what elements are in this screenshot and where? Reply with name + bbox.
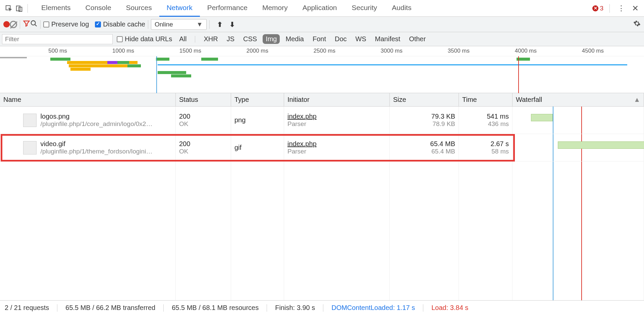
filter-type-css[interactable]: CSS bbox=[240, 34, 260, 44]
file-thumbnail-icon bbox=[23, 141, 37, 154]
inspect-icon[interactable] bbox=[3, 3, 14, 14]
timeline-tick: 2500 ms bbox=[314, 48, 335, 54]
timeline-tick: 2000 ms bbox=[247, 48, 268, 54]
status-finish: Finish: 3.90 s bbox=[275, 304, 315, 312]
waterfall-cell bbox=[513, 107, 644, 134]
filter-type-other[interactable]: Other bbox=[406, 34, 429, 44]
status-load: Load: 3.84 s bbox=[431, 304, 468, 312]
tab-audits[interactable]: Audits bbox=[384, 0, 419, 17]
tab-application[interactable]: Application bbox=[295, 0, 344, 17]
status-resources: 65.5 MB / 68.1 MB resources bbox=[172, 304, 259, 312]
status-transferred: 65.5 MB / 66.2 MB transferred bbox=[65, 304, 155, 312]
waterfall-cell bbox=[513, 134, 644, 161]
col-size[interactable]: Size bbox=[390, 93, 459, 106]
filter-type-ws[interactable]: WS bbox=[353, 34, 369, 44]
timeline-tick: 1500 ms bbox=[179, 48, 201, 54]
filter-icon[interactable] bbox=[23, 20, 30, 29]
col-name[interactable]: Name bbox=[0, 93, 176, 106]
tab-security[interactable]: Security bbox=[344, 0, 384, 17]
file-name: video.gif bbox=[41, 140, 153, 148]
tab-network[interactable]: Network bbox=[159, 0, 200, 17]
download-icon[interactable]: ⬇︎ bbox=[229, 20, 235, 28]
status-dcl: DOMContentLoaded: 1.17 s bbox=[331, 304, 415, 312]
timeline-tick: 4000 ms bbox=[515, 48, 537, 54]
col-waterfall[interactable]: Waterfall▲ bbox=[513, 93, 644, 106]
network-table-header: Name Status Type Initiator Size Time Wat… bbox=[0, 93, 644, 107]
filter-type-media[interactable]: Media bbox=[282, 34, 307, 44]
filter-type-doc[interactable]: Doc bbox=[332, 34, 350, 44]
tab-sources[interactable]: Sources bbox=[119, 0, 159, 17]
preserve-log-checkbox[interactable]: Preserve log bbox=[43, 20, 89, 28]
upload-icon[interactable]: ⬆︎ bbox=[217, 20, 223, 28]
devtools-tabs: ElementsConsoleSourcesNetworkPerformance… bbox=[34, 0, 592, 17]
filter-type-all[interactable]: All bbox=[176, 34, 190, 44]
timeline-tick: 3500 ms bbox=[448, 48, 470, 54]
chevron-down-icon: ▼ bbox=[197, 21, 203, 28]
throttling-select[interactable]: Online ▼ bbox=[151, 19, 207, 30]
search-icon[interactable] bbox=[30, 20, 38, 29]
timeline-overview[interactable]: 500 ms1000 ms1500 ms2000 ms2500 ms3000 m… bbox=[0, 46, 644, 93]
filter-type-xhr[interactable]: XHR bbox=[201, 34, 221, 44]
col-status[interactable]: Status bbox=[176, 93, 231, 106]
error-icon: ✕ bbox=[592, 5, 598, 11]
svg-rect-1 bbox=[16, 6, 20, 11]
close-icon[interactable]: ✕ bbox=[630, 3, 641, 14]
col-initiator[interactable]: Initiator bbox=[284, 93, 390, 106]
table-row[interactable]: logos.png/pluginfile.php/1/core_admin/lo… bbox=[0, 107, 644, 134]
record-button[interactable] bbox=[3, 21, 10, 27]
filter-type-manifest[interactable]: Manifest bbox=[372, 34, 404, 44]
file-name: logos.png bbox=[41, 113, 153, 120]
svg-point-3 bbox=[31, 21, 36, 25]
timeline-tick: 1000 ms bbox=[112, 48, 134, 54]
initiator-link[interactable]: index.php bbox=[287, 140, 386, 148]
tab-memory[interactable]: Memory bbox=[255, 0, 295, 17]
clear-button[interactable] bbox=[10, 21, 17, 28]
filter-type-img[interactable]: Img bbox=[263, 34, 280, 44]
file-path: /pluginfile.php/1/core_admin/logo/0x2… bbox=[41, 120, 153, 128]
filter-type-font[interactable]: Font bbox=[310, 34, 329, 44]
file-thumbnail-icon bbox=[23, 114, 37, 127]
status-bar: 2 / 21 requests 65.5 MB / 66.2 MB transf… bbox=[0, 300, 644, 315]
sort-icon: ▲ bbox=[634, 96, 640, 104]
table-row[interactable]: video.gif/pluginfile.php/1/theme_fordson… bbox=[0, 134, 644, 162]
error-count: 3 bbox=[600, 5, 603, 12]
device-icon[interactable] bbox=[14, 3, 25, 14]
kebab-menu-icon[interactable]: ⋮ bbox=[616, 3, 627, 14]
timeline-tick: 3000 ms bbox=[381, 48, 402, 54]
col-type[interactable]: Type bbox=[231, 93, 284, 106]
tab-performance[interactable]: Performance bbox=[200, 0, 255, 17]
file-path: /pluginfile.php/1/theme_fordson/logini… bbox=[41, 148, 153, 155]
hide-data-urls-checkbox[interactable]: Hide data URLs bbox=[117, 35, 172, 43]
settings-icon[interactable] bbox=[633, 20, 641, 29]
timeline-tick: 500 ms bbox=[48, 48, 67, 54]
disable-cache-checkbox[interactable]: Disable cache bbox=[95, 20, 145, 28]
tab-elements[interactable]: Elements bbox=[34, 0, 78, 17]
filter-type-js[interactable]: JS bbox=[224, 34, 237, 44]
filter-input[interactable] bbox=[2, 34, 113, 44]
tab-console[interactable]: Console bbox=[78, 0, 119, 17]
resource-type-filters: AllXHRJSCSSImgMediaFontDocWSManifestOthe… bbox=[176, 34, 429, 44]
initiator-link[interactable]: index.php bbox=[287, 113, 386, 120]
status-requests: 2 / 21 requests bbox=[5, 304, 49, 312]
error-count-badge[interactable]: ✕ 3 bbox=[592, 5, 603, 12]
col-time[interactable]: Time bbox=[459, 93, 513, 106]
timeline-tick: 4500 ms bbox=[582, 48, 604, 54]
